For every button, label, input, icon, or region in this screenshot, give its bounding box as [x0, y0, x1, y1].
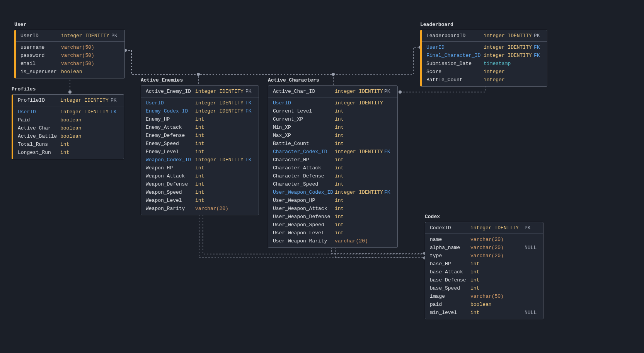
column-type: integer IDENTITY [470, 225, 525, 231]
column-name: Submission_Date [426, 60, 484, 67]
svg-point-4 [332, 73, 335, 76]
column-row: passwordvarchar(50) [16, 51, 124, 60]
column-row: alpha_namevarchar(20)NULL [425, 244, 543, 252]
column-type: int [335, 157, 384, 163]
column-row: Enemy_Speedint [141, 140, 259, 148]
column-row: UserIDinteger IDENTITYFK [13, 106, 124, 116]
column-name: paid [430, 301, 470, 308]
table-profiles[interactable]: Profiles ProfileIDinteger IDENTITYPKUser… [12, 85, 124, 159]
column-name: Active_Char_ID [273, 88, 335, 95]
column-type: int [195, 132, 245, 139]
column-type: integer IDENTITY [335, 88, 384, 95]
column-name: Character_HP [273, 157, 335, 163]
column-type: boolean [60, 117, 111, 123]
column-row: Enemy_HPint [141, 115, 259, 123]
column-row: usernamevarchar(50) [16, 42, 124, 51]
column-row: namevarchar(20) [425, 234, 543, 244]
column-key: PK [111, 97, 120, 104]
column-row: UserIDinteger IDENTITYPK [16, 30, 124, 42]
column-type: int [335, 165, 384, 171]
column-row: Character_HPint [268, 156, 397, 164]
table-box: Active_Char_IDinteger IDENTITYPKUserIDin… [268, 85, 398, 248]
column-row: Battle_Countinteger [422, 76, 547, 86]
svg-point-3 [197, 73, 200, 76]
column-row: UserIDinteger IDENTITYFK [422, 42, 547, 51]
column-name: User_Weapon_Codex_ID [273, 189, 335, 196]
column-type: varchar(50) [61, 60, 111, 67]
column-type: integer IDENTITY [195, 100, 245, 106]
column-type: varchar(50) [61, 44, 111, 51]
column-name: base_Attack [430, 269, 470, 275]
column-type: integer IDENTITY [335, 148, 384, 155]
column-type: integer IDENTITY [195, 157, 245, 163]
column-name: Enemy_Defense [146, 132, 195, 139]
column-name: UserID [18, 109, 60, 115]
svg-point-6 [399, 90, 402, 94]
column-type: int [335, 230, 384, 236]
column-type: int [195, 140, 245, 147]
column-key: NULL [525, 309, 539, 316]
column-name: Character_Speed [273, 181, 335, 188]
column-type: integer IDENTITY [335, 189, 384, 196]
column-name: User_Weapon_Speed [273, 222, 335, 228]
column-type: varchar(20) [470, 244, 525, 251]
column-type: integer IDENTITY [484, 44, 534, 51]
column-type: int [335, 205, 384, 212]
column-name: Battle_Count [273, 140, 335, 147]
column-row: Enemy_Levelint [141, 148, 259, 156]
column-type: int [335, 108, 384, 114]
column-type: int [335, 173, 384, 179]
column-row: Enemy_Codex_IDinteger IDENTITYFK [141, 107, 259, 115]
column-key: PK [245, 88, 255, 95]
column-key: FK [534, 52, 543, 59]
column-name: Enemy_Level [146, 148, 195, 155]
column-row: Character_Attackint [268, 164, 397, 172]
column-name: User_Weapon_HP [273, 197, 335, 204]
column-name: Active_Char [18, 125, 60, 131]
column-name: Weapon_Rarity [146, 205, 195, 212]
column-row: emailvarchar(50) [16, 60, 124, 68]
column-row: User_Weapon_Codex_IDinteger IDENTITYFK [268, 188, 397, 196]
table-title: Codex [425, 213, 543, 222]
table-leaderboard[interactable]: Leaderboard LeaderboardIDinteger IDENTIT… [420, 21, 547, 87]
column-type: integer IDENTITY [61, 32, 111, 39]
table-active-characters[interactable]: Active_Characters Active_Char_IDinteger … [268, 77, 398, 248]
column-type: int [335, 124, 384, 131]
column-key: PK [534, 32, 543, 39]
column-type: boolean [61, 68, 111, 75]
column-name: name [430, 236, 470, 243]
column-row: Submission_Datetimestamp [422, 60, 547, 68]
column-row: Min_XPint [268, 123, 397, 131]
column-name: LeaderboardID [426, 32, 484, 39]
table-title: Leaderboard [420, 21, 547, 30]
column-type: int [195, 165, 245, 171]
table-codex[interactable]: Codex CodexIDinteger IDENTITYPKnamevarch… [425, 213, 543, 319]
column-name: Enemy_Codex_ID [146, 108, 195, 114]
column-name: type [430, 252, 470, 259]
column-name: Enemy_Attack [146, 124, 195, 131]
erd-canvas: User UserIDinteger IDENTITYPKusernamevar… [0, 0, 644, 353]
column-row: min_levelintNULL [425, 309, 543, 319]
column-key: PK [111, 32, 121, 39]
table-box: UserIDinteger IDENTITYPKusernamevarchar(… [14, 30, 125, 78]
column-row: ProfileIDinteger IDENTITYPK [13, 95, 124, 106]
column-row: Paidboolean [13, 116, 124, 124]
column-row: Final_Character_IDinteger IDENTITYFK [422, 51, 547, 60]
column-row: Character_Defenseint [268, 172, 397, 180]
column-name: Character_Defense [273, 173, 335, 179]
column-name: Weapon_Level [146, 197, 195, 204]
column-type: integer IDENTITY [60, 97, 111, 104]
column-type: int [335, 213, 384, 220]
table-user[interactable]: User UserIDinteger IDENTITYPKusernamevar… [14, 21, 125, 78]
column-row: User_Weapon_Attackint [268, 205, 397, 213]
column-row: base_Defenseint [425, 276, 543, 284]
column-type: int [470, 309, 525, 316]
column-name: Total_Runs [18, 141, 60, 148]
column-type: int [470, 261, 525, 267]
table-active-enemies[interactable]: Active_Enemies Active_Enemy_IDinteger ID… [141, 77, 259, 215]
column-name: UserID [20, 32, 61, 39]
column-name: image [430, 293, 470, 300]
column-key: FK [245, 157, 255, 163]
column-type: int [195, 189, 245, 196]
column-name: Character_Attack [273, 165, 335, 171]
